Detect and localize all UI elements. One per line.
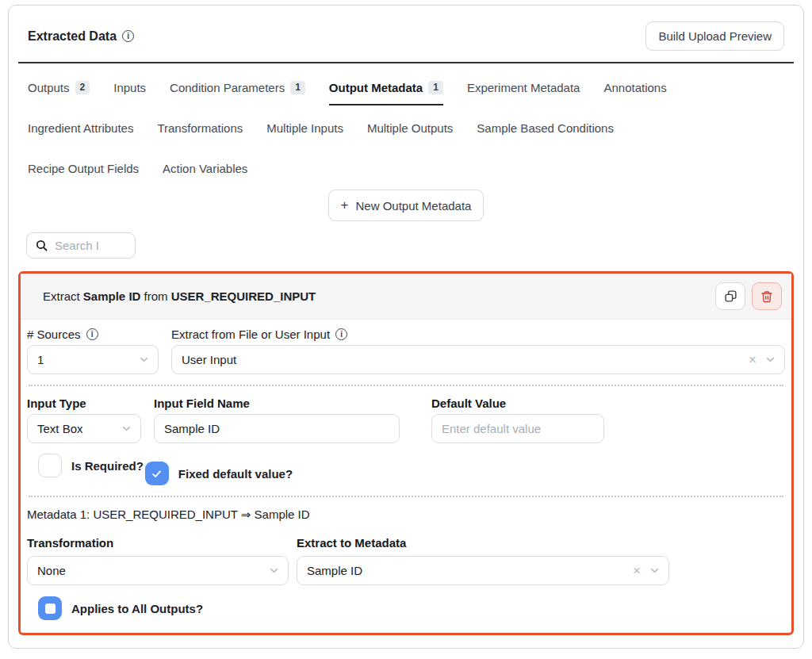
plus-icon: + [341,197,349,213]
trash-icon [760,290,773,303]
tab-condition-parameters-badge: 1 [290,81,305,94]
required-checkbox-row: Is Required? Fixed default value? [38,454,785,485]
default-value-input[interactable] [431,414,604,443]
extract-from-field: Extract from File or User Input i User I… [171,328,785,374]
metadata-section: Metadata 1: USER_REQUIRED_INPUT ⇒ Sample… [27,508,785,620]
delete-button[interactable] [752,282,782,310]
output-metadata-card: Extract Sample ID from USER_REQUIRED_INP… [18,271,794,635]
card-actions [715,282,782,310]
input-field-name-label: Input Field Name [154,397,400,410]
tab-output-metadata-badge: 1 [428,81,443,94]
applies-all-checkbox[interactable] [38,596,62,620]
chevron-down-icon [121,423,132,435]
extracted-data-panel: Extracted Data i Build Upload Preview Ou… [8,5,804,649]
section-divider [29,496,783,497]
build-upload-preview-button[interactable]: Build Upload Preview [645,21,784,51]
card-title-subject: Sample ID [83,289,141,303]
transformation-field: Transformation None [27,536,289,585]
chevron-down-icon [138,354,150,366]
is-required-group: Is Required? [38,454,144,477]
extract-to-select[interactable]: Sample ID × [297,556,669,585]
new-output-metadata-button[interactable]: + New Output Metadata [328,190,485,221]
tab-inputs[interactable]: Inputs [113,81,146,98]
chevron-down-icon [268,565,280,577]
clear-x-icon[interactable]: × [633,564,641,577]
tab-sample-based-conditions[interactable]: Sample Based Conditions [477,121,614,138]
transformation-label: Transformation [27,536,289,550]
sources-select[interactable]: 1 [27,345,159,374]
extract-from-label: Extract from File or User Input i [171,328,785,341]
input-type-label: Input Type [27,397,141,410]
panel-header: Extracted Data i Build Upload Preview [18,20,794,51]
extract-to-field: Extract to Metadata Sample ID × [297,536,669,585]
transformation-select[interactable]: None [27,556,289,585]
search-input[interactable] [55,239,127,252]
tab-ingredient-attributes[interactable]: Ingredient Attributes [28,121,133,138]
chevron-down-icon [764,354,776,366]
tab-condition-parameters[interactable]: Condition Parameters1 [170,81,305,98]
search-box[interactable] [26,232,136,259]
card-title-source: USER_REQUIRED_INPUT [171,289,316,303]
fixed-default-checkbox[interactable] [145,462,169,485]
is-required-checkbox[interactable] [38,454,62,477]
applies-all-group: Applies to All Outputs? [38,596,785,620]
input-field-name-field: Input Field Name [154,397,400,443]
input-type-select[interactable]: Text Box [27,414,141,443]
extract-from-select[interactable]: User Input × [171,345,785,374]
page-title-text: Extracted Data [28,29,117,44]
tab-multiple-outputs[interactable]: Multiple Outputs [367,121,453,138]
metadata-mapping-text: Metadata 1: USER_REQUIRED_INPUT ⇒ Sample… [27,508,785,522]
tab-recipe-output-fields[interactable]: Recipe Output Fields [28,162,139,178]
copy-button[interactable] [715,282,745,310]
tab-transformations[interactable]: Transformations [157,121,243,138]
fixed-default-group: Fixed default value? [145,462,293,485]
input-type-section: Input Type Text Box Input Field Name Def… [27,397,785,443]
tab-experiment-metadata[interactable]: Experiment Metadata [467,81,580,98]
tab-outputs-badge: 2 [75,81,90,94]
tab-multiple-inputs[interactable]: Multiple Inputs [266,121,343,138]
card-body: # Sources i 1 Extract from File or User … [21,320,791,633]
copy-icon [724,289,737,303]
indeterminate-square-icon [45,603,56,614]
page-title: Extracted Data i [28,29,134,44]
applies-all-label: Applies to All Outputs? [71,602,203,615]
fixed-default-label: Fixed default value? [178,467,293,481]
info-icon[interactable]: i [86,328,98,340]
input-type-field: Input Type Text Box [27,397,141,443]
tab-row-3: Recipe Output Fields Action Variables [28,162,784,178]
transformation-row: Transformation None Extract to Metadata … [27,536,785,585]
tab-action-variables[interactable]: Action Variables [163,162,247,178]
info-icon[interactable]: i [335,328,347,340]
default-value-field: Default Value [431,397,604,443]
tab-output-metadata[interactable]: Output Metadata1 [329,81,443,105]
checkmark-icon [151,468,163,480]
search-icon [35,239,48,252]
sources-section: # Sources i 1 Extract from File or User … [27,328,785,374]
is-required-label: Is Required? [71,459,144,473]
section-divider [29,385,783,386]
card-header: Extract Sample ID from USER_REQUIRED_INP… [21,274,791,320]
tab-outputs[interactable]: Outputs2 [28,81,90,98]
extract-to-label: Extract to Metadata [297,536,669,550]
input-field-name-input[interactable] [154,414,400,443]
new-metadata-button-row: + New Output Metadata [18,190,794,221]
card-title: Extract Sample ID from USER_REQUIRED_INP… [43,289,316,303]
info-icon[interactable]: i [122,30,134,42]
tab-row-1: Outputs2 Inputs Condition Parameters1 Ou… [28,81,784,98]
sources-field: # Sources i 1 [27,328,159,374]
tab-annotations[interactable]: Annotations [603,81,666,98]
chevron-down-icon [649,565,661,577]
clear-x-icon[interactable]: × [749,353,756,366]
default-value-label: Default Value [431,397,604,410]
tab-row-2: Ingredient Attributes Transformations Mu… [28,121,784,138]
tab-bar: Outputs2 Inputs Condition Parameters1 Ou… [18,63,794,178]
sources-label: # Sources i [27,328,159,341]
